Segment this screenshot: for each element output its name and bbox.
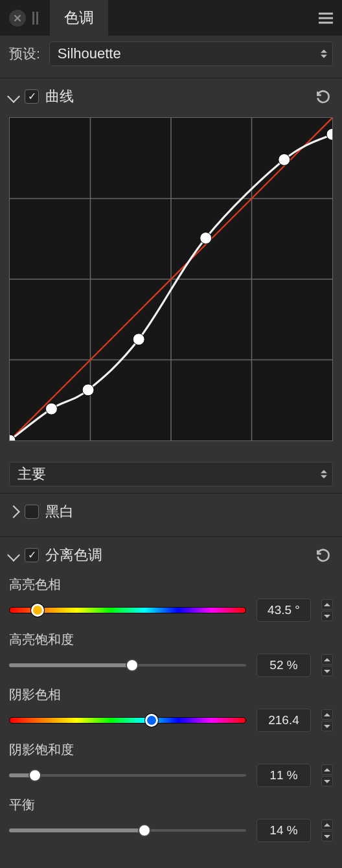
control-highlight-saturation: 高亮饱和度 52 % — [9, 631, 333, 677]
curve-point[interactable] — [200, 233, 212, 244]
reset-icon — [315, 547, 332, 564]
section-curves: 曲线 主要 — [0, 78, 342, 486]
control-label: 阴影饱和度 — [9, 741, 333, 759]
stepper-up-button[interactable] — [321, 709, 333, 720]
control-label: 阴影色相 — [9, 686, 333, 703]
hamburger-icon — [319, 12, 333, 14]
preset-select[interactable]: Silhouette — [49, 41, 333, 66]
slider-shadow-saturation[interactable] — [9, 767, 246, 784]
curves-reset-button[interactable] — [314, 87, 333, 106]
pause-icon[interactable] — [32, 12, 38, 25]
curve-point[interactable] — [82, 384, 94, 396]
tab-tone[interactable]: 色调 — [50, 0, 108, 36]
control-label: 高亮色相 — [9, 576, 333, 593]
control-shadow-hue: 阴影色相 216.4 — [9, 686, 333, 732]
value-display[interactable]: 14 % — [256, 819, 311, 842]
curve-point[interactable] — [133, 334, 144, 345]
stepper — [321, 599, 333, 621]
curves-title: 曲线 — [45, 87, 74, 106]
stepper-up-button[interactable] — [321, 654, 333, 665]
split-reset-button[interactable] — [314, 545, 333, 565]
preset-row: 预设: Silhouette — [0, 36, 342, 71]
curves-channel-select[interactable]: 主要 — [9, 462, 333, 486]
value-display[interactable]: 52 % — [256, 654, 311, 677]
stepper-icon — [321, 470, 327, 479]
slider-thumb[interactable] — [28, 769, 41, 782]
control-balance: 平衡 14 % — [9, 796, 333, 842]
curve-point[interactable] — [326, 128, 333, 140]
stepper — [321, 654, 333, 676]
curves-graph[interactable] — [9, 117, 333, 441]
chevron-down-icon[interactable] — [7, 90, 20, 103]
control-shadow-saturation: 阴影饱和度 11 % — [9, 741, 333, 787]
stepper-down-button[interactable] — [321, 776, 333, 786]
slider-thumb[interactable] — [138, 824, 151, 837]
preset-value: Silhouette — [58, 45, 121, 62]
stepper — [321, 819, 333, 841]
stepper-up-button[interactable] — [321, 764, 333, 775]
curves-editor[interactable] — [9, 115, 333, 451]
stepper-down-button[interactable] — [321, 831, 333, 841]
curve-point[interactable] — [45, 403, 57, 415]
split-enable-checkbox[interactable] — [25, 548, 39, 562]
control-highlight-hue: 高亮色相 43.5 ° — [9, 576, 333, 622]
stepper-icon — [321, 49, 327, 58]
control-label: 高亮饱和度 — [9, 631, 333, 648]
section-header-split: 分离色调 — [9, 537, 333, 573]
stepper-up-button[interactable] — [321, 599, 333, 610]
stepper-down-button[interactable] — [321, 721, 333, 731]
slider-highlight-saturation[interactable] — [9, 657, 246, 674]
preset-label: 预设: — [9, 45, 40, 63]
bw-title: 黑白 — [45, 502, 74, 521]
stepper — [321, 709, 333, 731]
menu-button[interactable] — [319, 12, 333, 23]
value-display[interactable]: 43.5 ° — [256, 599, 311, 622]
section-header-bw: 黑白 — [9, 494, 333, 530]
slider-shadow-hue[interactable] — [9, 712, 246, 729]
panel-header: 色调 — [0, 0, 342, 36]
section-split-toning: 分离色调 高亮色相 43.5 ° 高亮饱和度 — [0, 536, 342, 855]
slider-thumb[interactable] — [126, 659, 139, 672]
slider-thumb[interactable] — [145, 714, 158, 727]
section-bw: 黑白 — [0, 493, 342, 530]
reset-icon — [315, 88, 332, 105]
value-display[interactable]: 216.4 — [256, 709, 311, 732]
curves-channel-value: 主要 — [17, 464, 46, 484]
stepper-down-button[interactable] — [321, 666, 333, 676]
bw-enable-checkbox[interactable] — [25, 505, 39, 519]
close-button[interactable] — [9, 10, 26, 27]
value-display[interactable]: 11 % — [256, 764, 311, 787]
stepper-up-button[interactable] — [321, 819, 333, 830]
slider-highlight-hue[interactable] — [9, 602, 246, 619]
section-header-curves: 曲线 — [9, 78, 333, 115]
curve-point[interactable] — [279, 154, 290, 165]
stepper-down-button[interactable] — [321, 611, 333, 621]
chevron-right-icon[interactable] — [7, 505, 20, 518]
curves-enable-checkbox[interactable] — [25, 89, 39, 104]
chevron-down-icon[interactable] — [7, 549, 20, 562]
split-title: 分离色调 — [45, 545, 102, 565]
control-label: 平衡 — [9, 796, 333, 814]
close-icon — [14, 14, 21, 22]
slider-thumb[interactable] — [31, 604, 44, 617]
slider-balance[interactable] — [9, 822, 246, 839]
stepper — [321, 764, 333, 786]
